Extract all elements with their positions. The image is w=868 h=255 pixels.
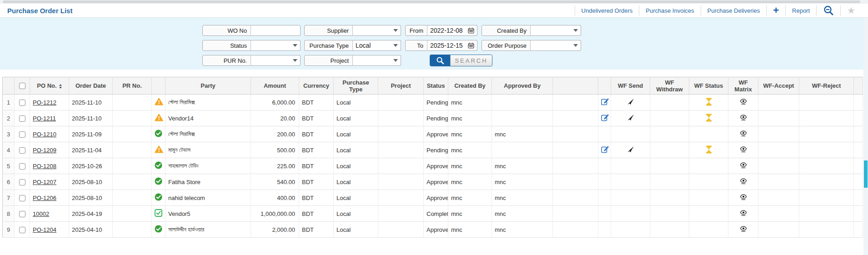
tail-cell [854, 142, 863, 158]
pur-no-select[interactable] [251, 55, 301, 66]
purchase-invoices-link[interactable]: Purchase Invoices [639, 7, 700, 14]
edit-icon[interactable] [601, 145, 609, 153]
row-number: 4 [3, 142, 15, 158]
top-horizontal-scrollbar-thumb[interactable] [3, 0, 860, 3]
column-header-spacer [553, 77, 598, 95]
row-checkbox[interactable] [19, 163, 25, 170]
po-no-link[interactable]: PO-1206 [33, 195, 56, 201]
edit-icon[interactable] [601, 98, 609, 105]
wf-matrix-cell [728, 222, 758, 238]
party-status-cell [152, 95, 166, 110]
row-checkbox[interactable] [19, 115, 25, 122]
po-no-link[interactable]: PO-1208 [33, 163, 56, 170]
favorite-button[interactable]: ★ [841, 6, 862, 15]
to-date-input[interactable]: 2025-12-15 [427, 40, 477, 51]
po-no-link[interactable]: PO-1207 [33, 179, 56, 185]
send-paper-plane-icon[interactable] [627, 114, 634, 121]
undelivered-orders-link[interactable]: Undelivered Orders [575, 7, 639, 14]
po-no-link[interactable]: 10002 [33, 210, 49, 217]
report-link[interactable]: Report [786, 7, 816, 14]
created-by-cell: mnc [448, 206, 492, 222]
approved-by-cell: mnc [492, 190, 553, 206]
purchase-type-label: Purchase Type [304, 40, 353, 51]
row-checkbox[interactable] [19, 195, 25, 201]
from-date-input[interactable]: 2022-12-08 [427, 25, 477, 36]
row-checkbox[interactable] [19, 227, 25, 233]
edit-icon[interactable] [601, 114, 609, 121]
column-header-select [15, 77, 30, 95]
zoom-out-icon [823, 5, 834, 16]
created-by-select[interactable] [530, 25, 581, 36]
send-paper-plane-icon[interactable] [627, 146, 634, 153]
wo-no-label: WO No [202, 25, 251, 36]
purchase-type-cell: Local [334, 190, 378, 206]
order-purpose-select[interactable] [530, 40, 581, 51]
view-eye-icon[interactable] [740, 99, 747, 105]
project-label: Project [304, 55, 353, 66]
calendar-icon[interactable] [468, 42, 474, 49]
wf-reject-cell [799, 158, 854, 174]
column-header-currency: Currency [299, 77, 334, 95]
wf-accept-cell [758, 222, 799, 238]
wo-no-input[interactable] [251, 25, 301, 36]
view-eye-icon[interactable] [740, 130, 747, 136]
column-header-approved-by: Approved By [492, 77, 553, 95]
calendar-icon[interactable] [468, 27, 474, 34]
status-cell: Pending [424, 95, 448, 110]
top-horizontal-scrollbar[interactable] [0, 0, 868, 4]
from-label: From [405, 25, 427, 36]
wf-status-cell [689, 222, 728, 238]
project-select[interactable] [352, 55, 401, 66]
row-checkbox[interactable] [19, 211, 25, 217]
po-no-cell: PO-1210 [30, 126, 69, 142]
select-all-checkbox[interactable] [19, 83, 25, 89]
row-checkbox[interactable] [19, 147, 25, 154]
wf-accept-cell [758, 158, 799, 174]
warning-icon [155, 114, 163, 121]
sort-icon[interactable] [59, 84, 62, 89]
zoom-out-button[interactable] [817, 5, 840, 16]
po-no-link[interactable]: PO-1204 [33, 226, 56, 233]
status-select[interactable] [251, 40, 301, 51]
pr-no-cell [113, 95, 152, 110]
view-eye-icon[interactable] [740, 210, 747, 216]
column-header-wf-reject: WF-Reject [799, 77, 854, 95]
purchase-type-select[interactable]: Local [352, 40, 401, 51]
purchase-type-cell: Local [334, 126, 378, 142]
purchase-deliveries-link[interactable]: Purchase Deliveries [701, 7, 767, 14]
view-eye-icon[interactable] [740, 226, 747, 232]
edit-cell [598, 206, 611, 222]
pr-no-cell [113, 142, 152, 158]
wf-send-cell [611, 95, 650, 110]
send-paper-plane-icon[interactable] [627, 98, 634, 105]
wf-reject-cell [799, 190, 854, 206]
view-eye-icon[interactable] [740, 146, 747, 152]
po-no-link[interactable]: PO-1210 [33, 131, 56, 138]
supplier-select[interactable] [352, 25, 401, 36]
search-button[interactable]: SEARCH [430, 55, 492, 66]
view-eye-icon[interactable] [740, 115, 747, 120]
view-eye-icon[interactable] [740, 178, 747, 184]
row-checkbox[interactable] [19, 179, 25, 185]
vertical-scrollbar[interactable] [863, 18, 868, 255]
amount-cell: 200.00 [251, 126, 299, 142]
row-number: 2 [3, 110, 15, 126]
row-checkbox[interactable] [19, 131, 25, 138]
pr-no-cell [113, 158, 152, 174]
po-no-link[interactable]: PO-1212 [33, 99, 56, 106]
add-new-button[interactable]: + [767, 6, 785, 15]
approved-by-cell [492, 95, 553, 110]
po-no-cell: PO-1212 [30, 95, 69, 110]
vertical-scrollbar-thumb[interactable] [864, 160, 868, 188]
approved-by-cell: mnc [492, 158, 553, 174]
po-no-cell: PO-1208 [30, 158, 69, 174]
po-no-link[interactable]: PO-1209 [33, 147, 56, 154]
po-no-link[interactable]: PO-1211 [33, 115, 56, 122]
row-select-cell [15, 142, 30, 158]
view-eye-icon[interactable] [740, 194, 747, 200]
currency-cell: BDT [299, 142, 334, 158]
party-cell: সালাউদ্দীন হার্ডওয়ার [166, 222, 251, 238]
order-date-cell: 2025-04-19 [69, 206, 113, 222]
row-checkbox[interactable] [19, 100, 25, 106]
view-eye-icon[interactable] [740, 162, 747, 168]
